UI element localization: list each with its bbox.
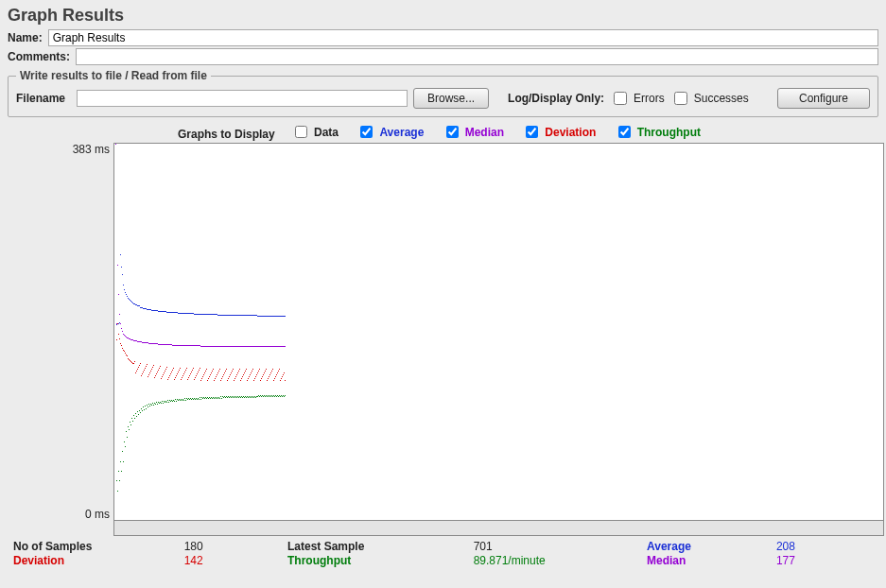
stat-latest-value: 701 xyxy=(474,540,647,553)
series-median-label: Median xyxy=(465,126,504,139)
stat-deviation-label: Deviation xyxy=(13,554,177,567)
series-median-toggle[interactable]: Median xyxy=(443,123,504,141)
stat-latest-label: Latest Sample xyxy=(287,540,466,553)
name-label: Name: xyxy=(8,31,43,44)
filename-label: Filename xyxy=(16,92,65,105)
stat-throughput-value: 89.871/minute xyxy=(474,554,647,567)
errors-text: Errors xyxy=(634,92,665,105)
series-row: Graphs to Display Data Average Median De… xyxy=(8,123,878,141)
series-average-label: Average xyxy=(379,126,424,139)
yaxis-max-label: 383 ms xyxy=(13,143,110,156)
errors-checkbox-label[interactable]: Errors xyxy=(610,89,665,108)
stat-average-label: Average xyxy=(647,540,769,553)
series-row-label: Graphs to Display xyxy=(178,128,275,141)
yaxis-min-label: 0 ms xyxy=(13,508,110,521)
successes-text: Successes xyxy=(694,92,749,105)
configure-button[interactable]: Configure xyxy=(777,88,870,109)
series-deviation-toggle[interactable]: Deviation xyxy=(522,123,596,141)
name-input[interactable] xyxy=(48,29,878,46)
series-data-checkbox[interactable] xyxy=(295,126,307,138)
series-data-label: Data xyxy=(314,126,339,139)
series-median-checkbox[interactable] xyxy=(446,126,459,138)
series-average-checkbox[interactable] xyxy=(360,126,373,138)
stats-footer: No of Samples 180 Deviation 142 Latest S… xyxy=(8,538,878,567)
series-throughput-label: Throughput xyxy=(637,126,701,139)
comments-input[interactable] xyxy=(76,48,878,65)
stat-median-label: Median xyxy=(647,554,769,567)
successes-checkbox[interactable] xyxy=(674,92,687,105)
series-deviation-checkbox[interactable] xyxy=(526,126,538,138)
comments-label: Comments: xyxy=(8,50,70,63)
stat-samples-label: No of Samples xyxy=(13,540,177,553)
series-deviation-label: Deviation xyxy=(545,126,596,139)
stat-throughput-label: Throughput xyxy=(287,554,466,567)
series-data-toggle[interactable]: Data xyxy=(291,123,339,141)
chart-plot xyxy=(113,143,884,521)
series-average-toggle[interactable]: Average xyxy=(356,123,424,141)
chart-hscrollbar[interactable] xyxy=(113,521,884,536)
browse-button[interactable]: Browse... xyxy=(413,88,489,109)
successes-checkbox-label[interactable]: Successes xyxy=(670,89,749,108)
page-title: Graph Results xyxy=(8,6,878,26)
stat-average-value: 208 xyxy=(776,540,873,553)
chart-area: 383 ms 0 ms xyxy=(13,143,873,536)
stat-samples-value: 180 xyxy=(184,540,287,553)
stat-deviation-value: 142 xyxy=(184,554,287,567)
filename-input[interactable] xyxy=(77,90,408,107)
stat-median-value: 177 xyxy=(776,554,873,567)
series-throughput-checkbox[interactable] xyxy=(618,126,631,138)
series-throughput-toggle[interactable]: Throughput xyxy=(615,123,701,141)
errors-checkbox[interactable] xyxy=(614,92,627,105)
file-fieldset: Write results to file / Read from file F… xyxy=(8,69,878,117)
logonly-label: Log/Display Only: xyxy=(508,92,604,105)
file-legend: Write results to file / Read from file xyxy=(16,69,211,82)
